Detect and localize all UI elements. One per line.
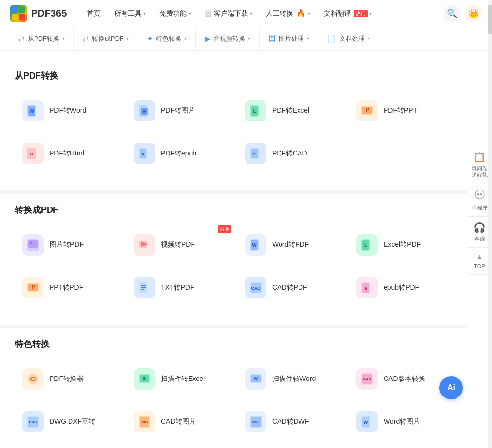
search-button[interactable]: 🔍 [443, 5, 461, 22]
subnav-special[interactable]: ✦ 特色转换 ▾ [138, 27, 196, 50]
special-icon: ✦ [147, 34, 153, 43]
chevron-icon: ▾ [307, 36, 309, 41]
video-to-pdf-icon [134, 234, 155, 256]
tool-img-to-pdf[interactable]: 图片转PDF [15, 227, 118, 262]
nav-download[interactable]: ⬜ 客户端下载 ▾ [199, 5, 258, 22]
special-title: 特色转换 [15, 338, 452, 350]
nav-translate[interactable]: 文档翻译 热门 ▾ [318, 5, 378, 22]
tool-pdf-to-word[interactable]: W PDF转Word [15, 93, 118, 128]
subnav-from-pdf[interactable]: ⇄ 从PDF转换 ▾ [10, 27, 74, 50]
nav-all-tools[interactable]: 所有工具 ▾ [108, 5, 152, 22]
from-pdf-icon: ⇄ [18, 34, 25, 43]
tool-label: 视频转PDF [161, 241, 195, 249]
pdf-to-ppt-icon: P [356, 100, 378, 121]
chevron-icon: ▾ [184, 36, 187, 41]
tool-cad-to-pdf[interactable]: CAD CAD转PDF [237, 270, 341, 305]
ai-button[interactable]: Ai [439, 376, 463, 399]
chevron-icon: ▾ [368, 36, 370, 41]
video-icon: ▶ [205, 34, 211, 43]
pdf-to-cad-icon: C [245, 143, 266, 164]
nav-items: 首页 所有工具 ▾ 免费功能 ▾ ⬜ 客户端下载 ▾ 人工转换 🔥 ▾ 文档翻译… [81, 5, 443, 22]
crown-button[interactable]: 👑 [465, 5, 482, 22]
tool-scan-to-excel[interactable]: E 扫描件转Excel [126, 362, 229, 396]
pdf-to-html-icon: H [22, 143, 44, 164]
cad-to-img-icon: IMG [134, 411, 155, 432]
tool-pdf-to-epub[interactable]: e PDF转epub [126, 136, 229, 171]
svg-point-66 [475, 190, 484, 199]
miniprogram-icon [474, 189, 485, 202]
top-navigation: PDF365 首页 所有工具 ▾ 免费功能 ▾ ⬜ 客户端下载 ▾ 人工转换 🔥… [0, 0, 492, 27]
special-section: 特色转换 PDF转换器 E [15, 338, 452, 439]
tool-word-to-pdf[interactable]: W Word转PDF [237, 227, 341, 262]
tool-video-to-pdf[interactable]: 视频转PDF 限免 [126, 227, 229, 262]
subnav-image[interactable]: 🖼 图片处理 ▾ [260, 27, 318, 50]
nav-right: 🔍 👑 [443, 5, 482, 22]
subnav-doc[interactable]: 📄 文档处理 ▾ [318, 27, 379, 50]
tool-cad-to-dwf[interactable]: DWF CAD转DWF [237, 404, 341, 439]
to-pdf-title: 转换成PDF [15, 204, 452, 216]
subnav-video[interactable]: ▶ 音视频转换 ▾ [196, 27, 260, 50]
svg-text:DWG: DWG [29, 420, 37, 424]
pdf-to-word-icon: W [22, 100, 44, 121]
chevron-down-icon: ▾ [143, 11, 146, 16]
tool-txt-to-pdf[interactable]: TXT转PDF [126, 270, 229, 305]
logo-text: PDF365 [31, 8, 67, 19]
tool-cad-version[interactable]: CAD CAD版本转换 [349, 362, 452, 396]
svg-text:P: P [32, 284, 35, 290]
chevron-icon: ▾ [62, 36, 65, 41]
svg-text:IMG: IMG [141, 420, 148, 424]
svg-text:CAD: CAD [251, 286, 261, 291]
tool-pdf-to-ppt[interactable]: P PDF转PPT [349, 93, 452, 128]
logo[interactable]: PDF365 [10, 5, 67, 22]
scan-to-word-icon: W [245, 368, 266, 390]
tool-cad-to-img[interactable]: IMG CAD转图片 [126, 404, 229, 439]
svg-point-67 [477, 193, 479, 195]
to-pdf-section: 转换成PDF 图片转PDF [15, 204, 452, 305]
free-badge: 限免 [218, 225, 231, 233]
tool-excel-to-pdf[interactable]: E Excel转PDF [349, 227, 452, 262]
tool-label: PDF转图片 [161, 106, 195, 115]
tool-label: CAD转PDF [272, 283, 307, 292]
tool-pdf-to-cad[interactable]: C PDF转CAD [237, 136, 341, 171]
cad-to-pdf-icon: CAD [245, 277, 266, 298]
tool-label: CAD转DWF [272, 417, 309, 426]
nav-free[interactable]: 免费功能 ▾ [154, 5, 197, 22]
section-divider [0, 190, 467, 194]
tool-label: PDF转Word [50, 106, 86, 115]
cad-to-dwf-icon: DWF [245, 411, 266, 432]
excel-to-pdf-icon: E [356, 234, 378, 256]
tool-dwg-dxf[interactable]: DWG DWG DXF互转 [15, 404, 118, 439]
scrollbar-track[interactable] [488, 0, 492, 448]
tool-pdf-to-html[interactable]: H PDF转Html [15, 136, 118, 171]
word-to-pdf-icon: W [245, 234, 266, 256]
tool-ppt-to-pdf[interactable]: P PPT转PDF [15, 270, 118, 305]
epub-to-pdf-icon: e [356, 277, 378, 298]
dwg-dxf-icon: DWG [22, 411, 44, 432]
tool-pdf-to-img[interactable]: PDF转图片 [126, 93, 229, 128]
tool-label: PDF转换器 [50, 375, 84, 383]
tool-pdf-converter[interactable]: PDF转换器 [15, 362, 118, 396]
tool-label: PPT转PDF [50, 283, 83, 292]
tool-epub-to-pdf[interactable]: e epub转PDF [349, 270, 452, 305]
tool-scan-to-word[interactable]: W 扫描件转Word [237, 362, 341, 396]
svg-text:H: H [30, 152, 34, 156]
from-pdf-section: 从PDF转换 W PDF转Word [15, 70, 452, 171]
scrollbar-thumb[interactable] [488, 5, 492, 34]
tool-label: 扫描件转Word [272, 375, 316, 383]
subnav-to-pdf[interactable]: ⇄ 转换成PDF ▾ [74, 27, 138, 50]
tool-word-to-img[interactable]: W Word转图片 [349, 404, 452, 439]
section-divider-2 [0, 325, 467, 328]
questionnaire-icon: 📋 [474, 151, 486, 163]
nav-manual[interactable]: 人工转换 🔥 ▾ [260, 5, 316, 22]
nav-home[interactable]: 首页 [81, 5, 106, 22]
tool-label: 图片转PDF [50, 241, 84, 249]
doc-icon: 📄 [327, 34, 336, 43]
pdf-to-excel-icon: E [245, 100, 266, 121]
svg-text:CAD: CAD [363, 377, 371, 381]
pdf-to-epub-icon: e [134, 143, 155, 164]
logo-icon [10, 5, 27, 22]
tool-pdf-to-excel[interactable]: E PDF转Excel [237, 93, 341, 128]
txt-to-pdf-icon [134, 277, 155, 298]
svg-rect-21 [28, 240, 38, 248]
svg-point-22 [30, 242, 32, 244]
